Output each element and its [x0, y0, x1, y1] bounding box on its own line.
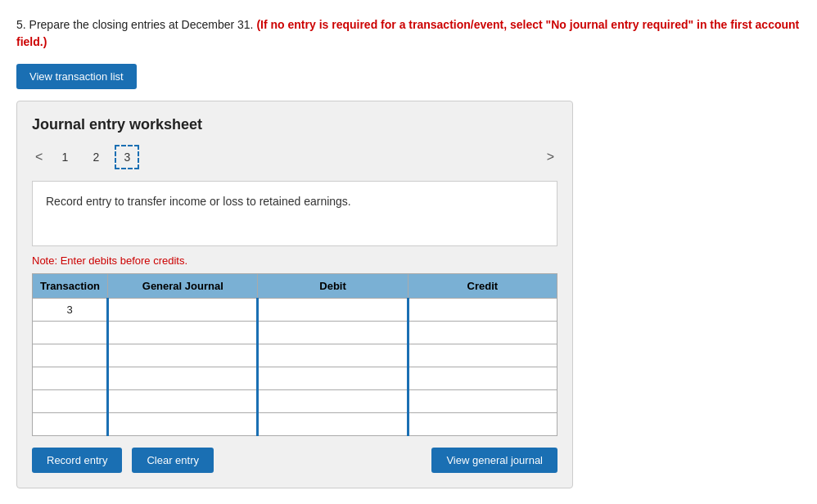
input-debit[interactable]	[259, 348, 406, 363]
cell-transaction: 3	[33, 299, 108, 322]
question-text: 5. Prepare the closing entries at Decemb…	[16, 16, 801, 51]
input-general-journal[interactable]	[109, 348, 256, 363]
input-credit[interactable]	[409, 348, 557, 363]
col-general-journal: General Journal	[108, 274, 258, 299]
view-transaction-button[interactable]: View transaction list	[16, 64, 137, 89]
next-tab-button[interactable]: >	[544, 148, 557, 166]
clear-entry-button[interactable]: Clear entry	[132, 448, 214, 473]
cell-credit[interactable]	[408, 322, 557, 344]
cell-credit[interactable]	[408, 367, 557, 390]
worksheet-container: Journal entry worksheet < 1 2 3 > Record…	[16, 101, 573, 488]
cell-general-journal[interactable]	[108, 390, 258, 413]
cell-transaction	[33, 344, 108, 367]
cell-transaction	[33, 367, 108, 390]
question-main-text: Prepare the closing entries at December …	[29, 18, 254, 31]
journal-table: Transaction General Journal Debit Credit…	[32, 273, 557, 436]
cell-debit[interactable]	[258, 322, 408, 344]
cell-transaction	[33, 413, 108, 436]
cell-general-journal[interactable]	[108, 344, 258, 367]
cell-transaction	[33, 322, 108, 344]
cell-debit[interactable]	[258, 390, 408, 413]
input-debit[interactable]	[259, 325, 406, 340]
cell-general-journal[interactable]	[108, 413, 258, 436]
input-general-journal[interactable]	[109, 371, 256, 386]
cell-debit[interactable]	[258, 344, 408, 367]
table-row	[33, 344, 557, 367]
input-credit[interactable]	[409, 325, 557, 340]
tab-1[interactable]: 1	[52, 145, 77, 169]
cell-general-journal[interactable]	[108, 322, 258, 344]
cell-credit[interactable]	[408, 413, 557, 436]
table-row	[33, 322, 557, 344]
cell-credit[interactable]	[408, 299, 557, 322]
prev-tab-button[interactable]: <	[32, 148, 46, 166]
input-debit[interactable]	[259, 302, 406, 317]
input-general-journal[interactable]	[109, 302, 256, 317]
col-transaction: Transaction	[33, 274, 108, 299]
cell-credit[interactable]	[408, 344, 557, 367]
input-debit[interactable]	[259, 371, 406, 386]
input-credit[interactable]	[409, 394, 557, 409]
record-entry-button[interactable]: Record entry	[32, 448, 122, 473]
cell-credit[interactable]	[408, 390, 557, 413]
table-row	[33, 390, 557, 413]
input-credit[interactable]	[409, 416, 557, 432]
input-debit[interactable]	[259, 416, 406, 432]
cell-general-journal[interactable]	[108, 299, 258, 322]
table-row	[33, 413, 557, 436]
input-general-journal[interactable]	[109, 416, 256, 432]
worksheet-title: Journal entry worksheet	[32, 116, 557, 133]
input-general-journal[interactable]	[109, 394, 256, 409]
question-number: 5.	[16, 18, 26, 31]
cell-debit[interactable]	[258, 413, 408, 436]
col-debit: Debit	[258, 274, 408, 299]
col-credit: Credit	[408, 274, 557, 299]
input-general-journal[interactable]	[109, 325, 256, 340]
tab-navigation: < 1 2 3 >	[32, 145, 557, 169]
cell-general-journal[interactable]	[108, 367, 258, 390]
input-credit[interactable]	[409, 302, 557, 317]
input-credit[interactable]	[409, 371, 557, 386]
cell-debit[interactable]	[258, 299, 408, 322]
input-debit[interactable]	[259, 394, 406, 409]
bottom-buttons: Record entry Clear entry View general jo…	[32, 448, 557, 473]
tab-3[interactable]: 3	[115, 145, 139, 169]
table-row	[33, 367, 557, 390]
note-text: Note: Enter debits before credits.	[32, 254, 557, 267]
tab-2[interactable]: 2	[84, 145, 108, 169]
cell-transaction	[33, 390, 108, 413]
cell-debit[interactable]	[258, 367, 408, 390]
entry-description-text: Record entry to transfer income or loss …	[46, 195, 351, 208]
entry-description: Record entry to transfer income or loss …	[32, 181, 557, 246]
view-general-journal-button[interactable]: View general journal	[431, 448, 557, 473]
table-row: 3	[33, 299, 557, 322]
